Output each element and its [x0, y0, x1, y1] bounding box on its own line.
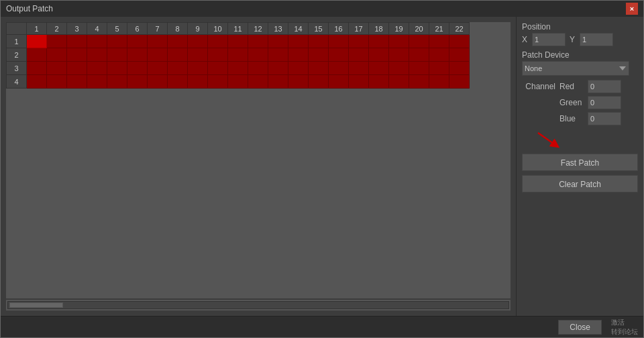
grid-cell[interactable] [248, 35, 268, 48]
grid-cell[interactable] [208, 62, 228, 75]
grid-cell[interactable] [127, 48, 148, 62]
grid-cell[interactable] [389, 48, 409, 62]
grid-cell[interactable] [389, 75, 409, 89]
grid-cell[interactable] [148, 62, 168, 75]
grid-cell[interactable] [208, 35, 228, 48]
grid-cell[interactable] [288, 48, 309, 62]
grid-cell[interactable] [369, 48, 389, 62]
grid-cell[interactable] [228, 48, 248, 62]
fast-patch-button[interactable]: Fast Patch [522, 154, 638, 171]
horizontal-scrollbar[interactable] [6, 300, 511, 311]
grid-cell[interactable] [107, 48, 127, 62]
grid-cell[interactable] [268, 75, 288, 89]
grid-cell[interactable] [409, 62, 429, 75]
grid-cell[interactable] [168, 75, 188, 89]
grid-cell[interactable] [429, 75, 449, 89]
grid-cell[interactable] [429, 62, 449, 75]
grid-cell[interactable] [87, 35, 107, 48]
grid-cell[interactable] [228, 62, 248, 75]
scrollbar-thumb[interactable] [9, 302, 63, 308]
grid-cell[interactable] [288, 35, 309, 48]
grid-cell[interactable] [309, 48, 329, 62]
grid-cell[interactable] [127, 35, 148, 48]
grid-cell[interactable] [288, 62, 309, 75]
grid-cell[interactable] [449, 35, 470, 48]
grid-cell[interactable] [27, 35, 47, 48]
grid-cell[interactable] [188, 62, 208, 75]
grid-cell[interactable] [409, 35, 429, 48]
grid-cell[interactable] [127, 75, 148, 89]
grid-cell[interactable] [127, 62, 148, 75]
grid-cell[interactable] [168, 35, 188, 48]
grid-cell[interactable] [309, 75, 329, 89]
close-window-button[interactable]: × [626, 3, 638, 15]
grid-cell[interactable] [369, 35, 389, 48]
x-input[interactable] [532, 33, 566, 46]
grid-cell[interactable] [208, 48, 228, 62]
grid-cell[interactable] [148, 48, 168, 62]
grid-cell[interactable] [107, 62, 127, 75]
patch-grid-container[interactable]: 12345678910111213141516171819202122 1234 [6, 22, 511, 298]
grid-cell[interactable] [449, 75, 470, 89]
grid-cell[interactable] [329, 75, 349, 89]
grid-cell[interactable] [27, 75, 47, 89]
grid-cell[interactable] [268, 48, 288, 62]
clear-patch-button[interactable]: Clear Patch [522, 175, 638, 192]
grid-cell[interactable] [449, 62, 470, 75]
grid-cell[interactable] [27, 62, 47, 75]
grid-cell[interactable] [329, 35, 349, 48]
grid-cell[interactable] [329, 62, 349, 75]
grid-cell[interactable] [47, 48, 67, 62]
grid-cell[interactable] [329, 48, 349, 62]
grid-cell[interactable] [67, 75, 87, 89]
grid-cell[interactable] [87, 62, 107, 75]
grid-cell[interactable] [349, 35, 369, 48]
grid-cell[interactable] [248, 75, 268, 89]
grid-cell[interactable] [107, 75, 127, 89]
grid-cell[interactable] [369, 62, 389, 75]
grid-cell[interactable] [67, 35, 87, 48]
grid-cell[interactable] [47, 62, 67, 75]
grid-cell[interactable] [148, 35, 168, 48]
red-input[interactable] [588, 80, 621, 93]
grid-cell[interactable] [429, 48, 449, 62]
grid-cell[interactable] [168, 62, 188, 75]
grid-cell[interactable] [309, 62, 329, 75]
grid-cell[interactable] [47, 75, 67, 89]
grid-cell[interactable] [349, 62, 369, 75]
green-input[interactable] [588, 96, 621, 109]
grid-cell[interactable] [208, 75, 228, 89]
blue-input[interactable] [588, 112, 621, 125]
grid-cell[interactable] [87, 48, 107, 62]
grid-cell[interactable] [168, 48, 188, 62]
grid-cell[interactable] [67, 48, 87, 62]
y-input[interactable] [580, 33, 613, 46]
grid-cell[interactable] [188, 75, 208, 89]
grid-cell[interactable] [389, 35, 409, 48]
grid-cell[interactable] [248, 62, 268, 75]
grid-cell[interactable] [268, 62, 288, 75]
grid-cell[interactable] [449, 48, 470, 62]
grid-scroll-area[interactable]: 12345678910111213141516171819202122 1234 [6, 22, 511, 298]
close-button[interactable]: Close [558, 320, 602, 335]
grid-cell[interactable] [309, 35, 329, 48]
grid-cell[interactable] [27, 48, 47, 62]
grid-cell[interactable] [67, 62, 87, 75]
grid-cell[interactable] [87, 75, 107, 89]
grid-cell[interactable] [369, 75, 389, 89]
grid-cell[interactable] [248, 48, 268, 62]
grid-cell[interactable] [389, 62, 409, 75]
grid-cell[interactable] [228, 35, 248, 48]
grid-cell[interactable] [188, 35, 208, 48]
grid-cell[interactable] [349, 75, 369, 89]
patch-device-select[interactable]: None [522, 61, 629, 76]
grid-cell[interactable] [409, 48, 429, 62]
grid-cell[interactable] [268, 35, 288, 48]
grid-cell[interactable] [409, 75, 429, 89]
grid-cell[interactable] [188, 48, 208, 62]
grid-cell[interactable] [228, 75, 248, 89]
grid-cell[interactable] [349, 48, 369, 62]
grid-cell[interactable] [148, 75, 168, 89]
grid-cell[interactable] [107, 35, 127, 48]
grid-cell[interactable] [47, 35, 67, 48]
